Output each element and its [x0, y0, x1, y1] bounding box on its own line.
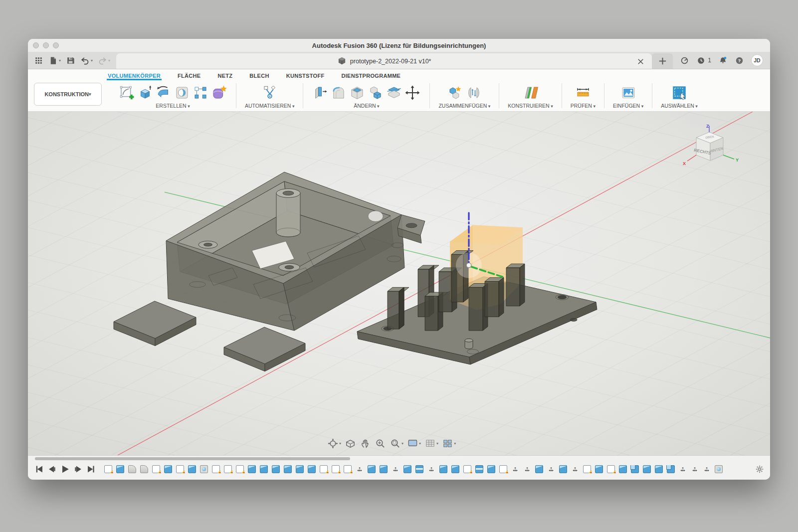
timeline-offset-icon[interactable]	[475, 465, 483, 473]
group-label[interactable]: ZUSAMMENFÜGEN	[438, 103, 490, 109]
redo-button[interactable]: ▾	[96, 54, 112, 67]
timeline-sketch-icon[interactable]	[332, 465, 340, 473]
close-window-button[interactable]	[33, 42, 39, 48]
timeline-extrude-icon[interactable]	[655, 465, 663, 473]
step-forward-button[interactable]	[72, 464, 84, 475]
construction-plane-icon[interactable]	[522, 84, 539, 101]
timeline-extrude-icon[interactable]	[559, 465, 567, 473]
job-status-button[interactable]: 1	[696, 56, 711, 65]
grid-settings-icon[interactable]: ▾	[424, 438, 438, 449]
timeline-extrude-icon[interactable]	[439, 465, 447, 473]
viewport-canvas[interactable]	[28, 112, 770, 455]
group-label[interactable]: AUSWÄHLEN	[661, 103, 698, 109]
viewports-icon[interactable]: ▾	[442, 438, 456, 449]
select-icon[interactable]	[671, 84, 688, 101]
maximize-window-button[interactable]	[53, 42, 59, 48]
timeline-hole-icon[interactable]	[715, 465, 723, 473]
timeline-sketch-icon[interactable]	[499, 465, 507, 473]
revolve-icon[interactable]	[155, 84, 172, 101]
notifications-bell-icon[interactable]	[718, 56, 728, 65]
timeline-sketch-icon[interactable]	[212, 465, 220, 473]
move-icon[interactable]	[404, 84, 421, 101]
timeline-extrude-icon[interactable]	[164, 465, 172, 473]
extensions-icon[interactable]	[680, 56, 689, 65]
joint-icon[interactable]	[465, 84, 482, 101]
hole-icon[interactable]	[174, 84, 191, 101]
timeline-extrude-icon[interactable]	[368, 465, 376, 473]
save-button[interactable]	[64, 54, 77, 67]
press-pull-icon[interactable]	[312, 84, 329, 101]
timeline-fillet-icon[interactable]	[128, 465, 136, 473]
gear-icon[interactable]	[754, 464, 765, 475]
timeline-extrude-icon[interactable]	[643, 465, 651, 473]
go-to-start-button[interactable]	[33, 464, 45, 475]
timeline-move-icon[interactable]	[392, 465, 399, 473]
tab-blech[interactable]: BLECH	[248, 72, 270, 80]
timeline-sketch-icon[interactable]	[320, 465, 328, 473]
tab-dienstprogramme[interactable]: DIENSTPROGRAMME	[340, 72, 401, 80]
timeline-extrude-icon[interactable]	[284, 465, 292, 473]
timeline-extrude-icon[interactable]	[188, 465, 196, 473]
generative-icon[interactable]	[261, 84, 278, 101]
timeline-sketch-icon[interactable]	[104, 465, 112, 473]
timeline-extrude-icon[interactable]	[595, 465, 603, 473]
timeline-scrollbar[interactable]	[35, 457, 350, 460]
minimize-window-button[interactable]	[43, 42, 49, 48]
group-label[interactable]: EINFÜGEN	[613, 103, 643, 109]
fillet-icon[interactable]	[330, 84, 347, 101]
timeline-sketch-icon[interactable]	[344, 465, 352, 473]
timeline-extrude-icon[interactable]	[116, 465, 124, 473]
timeline-extrude-icon[interactable]	[619, 465, 627, 473]
timeline-combine-icon[interactable]	[667, 465, 675, 473]
timeline-move-icon[interactable]	[427, 465, 435, 473]
timeline-sketch-icon[interactable]	[152, 465, 160, 473]
extrude-icon[interactable]	[137, 84, 154, 101]
timeline-extrude-icon[interactable]	[296, 465, 304, 473]
display-settings-icon[interactable]: ▾	[407, 438, 421, 449]
timeline-move-icon[interactable]	[691, 465, 699, 473]
zoom-icon[interactable]	[375, 438, 386, 449]
tab-volumenkörper[interactable]: VOLUMENKÖRPER	[107, 72, 162, 80]
file-menu-button[interactable]: ▾	[46, 54, 63, 67]
timeline-sketch-icon[interactable]	[583, 465, 591, 473]
timeline-combine-icon[interactable]	[631, 465, 639, 473]
undo-button[interactable]: ▾	[78, 54, 95, 67]
group-label[interactable]: PRÜFEN	[571, 103, 596, 109]
timeline-extrude-icon[interactable]	[248, 465, 256, 473]
orbit-icon[interactable]: ▾	[327, 438, 341, 449]
combine-icon[interactable]	[367, 84, 384, 101]
timeline-sketch-icon[interactable]	[607, 465, 615, 473]
timeline-move-icon[interactable]	[679, 465, 687, 473]
pan-icon[interactable]	[360, 438, 371, 449]
create-sketch-icon[interactable]	[118, 84, 135, 101]
timeline-extrude-icon[interactable]	[487, 465, 495, 473]
timeline-move-icon[interactable]	[356, 465, 364, 473]
new-component-icon[interactable]	[447, 84, 464, 101]
timeline-fillet-icon[interactable]	[140, 465, 148, 473]
timeline-hole-icon[interactable]	[200, 465, 208, 473]
measure-icon[interactable]	[575, 84, 592, 101]
play-button[interactable]	[59, 464, 71, 475]
go-to-end-button[interactable]	[85, 464, 97, 475]
timeline-sketch-icon[interactable]	[236, 465, 244, 473]
group-label[interactable]: ÄNDERN	[354, 103, 379, 109]
look-at-icon[interactable]	[345, 438, 356, 449]
timeline-move-icon[interactable]	[571, 465, 579, 473]
avatar[interactable]: JD	[751, 54, 763, 66]
app-grid-button[interactable]	[32, 54, 45, 67]
group-label[interactable]: AUTOMATISIEREN	[245, 103, 294, 109]
konstruktion-dropdown[interactable]: KONSTRUKTION	[34, 83, 102, 106]
close-tab-button[interactable]	[636, 57, 645, 66]
group-label[interactable]: ERSTELLEN	[156, 103, 190, 109]
tab-fläche[interactable]: FLÄCHE	[177, 72, 201, 80]
canvas-icon[interactable]	[620, 84, 637, 101]
help-icon[interactable]: ?	[735, 56, 744, 65]
pattern-icon[interactable]	[192, 84, 209, 101]
timeline-extrude-icon[interactable]	[308, 465, 316, 473]
timeline-sketch-icon[interactable]	[463, 465, 471, 473]
split-body-icon[interactable]	[386, 84, 402, 101]
view-cube[interactable]: RECHTS HINTEN OBEN Z Y X	[680, 123, 742, 179]
timeline-move-icon[interactable]	[703, 465, 711, 473]
lid-plate-1[interactable]	[114, 301, 196, 346]
tab-netz[interactable]: NETZ	[216, 72, 233, 80]
